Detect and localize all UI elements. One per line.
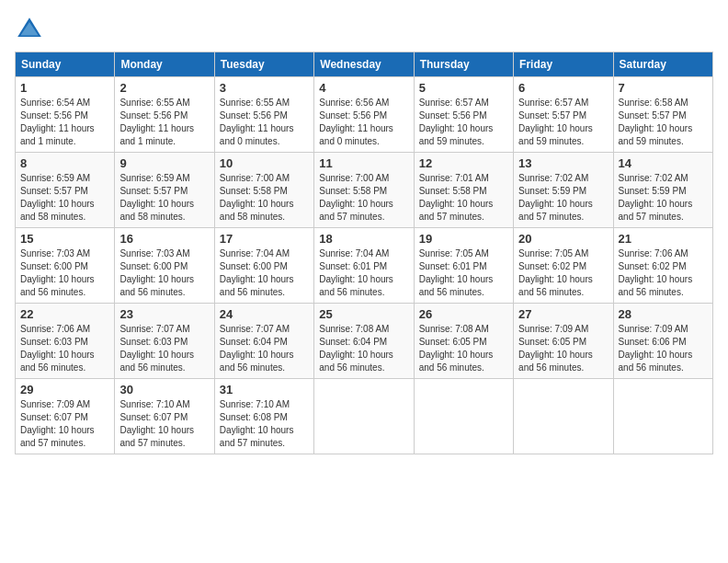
day-info: Sunrise: 7:08 AM Sunset: 6:05 PM Dayligh… — [419, 323, 508, 374]
day-info: Sunrise: 6:54 AM Sunset: 5:56 PM Dayligh… — [20, 97, 109, 148]
weekday-friday: Friday — [514, 52, 613, 77]
day-number: 9 — [119, 156, 209, 170]
calendar-cell: 19 Sunrise: 7:05 AM Sunset: 6:01 PM Dayl… — [414, 228, 513, 304]
day-info: Sunrise: 6:59 AM Sunset: 5:57 PM Dayligh… — [20, 172, 109, 224]
day-info: Sunrise: 6:55 AM Sunset: 5:56 PM Dayligh… — [119, 97, 209, 148]
day-info: Sunrise: 7:09 AM Sunset: 6:05 PM Dayligh… — [518, 323, 608, 374]
calendar-cell: 1 Sunrise: 6:54 AM Sunset: 5:56 PM Dayli… — [16, 77, 115, 153]
calendar-cell: 30 Sunrise: 7:10 AM Sunset: 6:07 PM Dayl… — [115, 379, 214, 454]
calendar-week-4: 22 Sunrise: 7:06 AM Sunset: 6:03 PM Dayl… — [16, 304, 713, 379]
day-info: Sunrise: 6:58 AM Sunset: 5:57 PM Dayligh… — [619, 97, 708, 148]
day-number: 16 — [119, 232, 209, 246]
day-info: Sunrise: 7:10 AM Sunset: 6:07 PM Dayligh… — [119, 398, 209, 450]
calendar-cell: 28 Sunrise: 7:09 AM Sunset: 6:06 PM Dayl… — [613, 304, 712, 379]
calendar-cell: 24 Sunrise: 7:07 AM Sunset: 6:04 PM Dayl… — [214, 304, 313, 379]
calendar-cell: 8 Sunrise: 6:59 AM Sunset: 5:57 PM Dayli… — [16, 153, 115, 228]
calendar-body: 1 Sunrise: 6:54 AM Sunset: 5:56 PM Dayli… — [16, 77, 713, 454]
calendar-cell: 3 Sunrise: 6:55 AM Sunset: 5:56 PM Dayli… — [214, 77, 313, 153]
day-number: 3 — [220, 81, 309, 95]
day-number: 6 — [518, 81, 608, 95]
day-info: Sunrise: 7:09 AM Sunset: 6:06 PM Dayligh… — [619, 323, 708, 374]
day-info: Sunrise: 6:56 AM Sunset: 5:56 PM Dayligh… — [319, 97, 408, 148]
calendar-header: SundayMondayTuesdayWednesdayThursdayFrid… — [16, 52, 713, 77]
weekday-thursday: Thursday — [414, 52, 513, 77]
calendar-cell: 15 Sunrise: 7:03 AM Sunset: 6:00 PM Dayl… — [16, 228, 115, 304]
weekday-wednesday: Wednesday — [314, 52, 414, 77]
day-info: Sunrise: 7:06 AM Sunset: 6:02 PM Dayligh… — [619, 247, 708, 299]
calendar-cell: 17 Sunrise: 7:04 AM Sunset: 6:00 PM Dayl… — [214, 228, 313, 304]
calendar-cell: 20 Sunrise: 7:05 AM Sunset: 6:02 PM Dayl… — [514, 228, 613, 304]
calendar-cell: 26 Sunrise: 7:08 AM Sunset: 6:05 PM Dayl… — [414, 304, 513, 379]
page-header — [15, 15, 713, 44]
calendar-cell: 14 Sunrise: 7:02 AM Sunset: 5:59 PM Dayl… — [613, 153, 712, 228]
day-number: 27 — [518, 307, 608, 321]
day-info: Sunrise: 7:07 AM Sunset: 6:04 PM Dayligh… — [220, 323, 309, 374]
day-number: 14 — [619, 156, 708, 170]
weekday-sunday: Sunday — [16, 52, 115, 77]
calendar-cell: 6 Sunrise: 6:57 AM Sunset: 5:57 PM Dayli… — [514, 77, 613, 153]
logo — [15, 15, 48, 44]
day-info: Sunrise: 7:05 AM Sunset: 6:02 PM Dayligh… — [518, 247, 608, 299]
calendar-week-5: 29 Sunrise: 7:09 AM Sunset: 6:07 PM Dayl… — [16, 379, 713, 454]
day-number: 7 — [619, 81, 708, 95]
calendar-week-1: 1 Sunrise: 6:54 AM Sunset: 5:56 PM Dayli… — [16, 77, 713, 153]
day-number: 22 — [20, 307, 109, 321]
day-info: Sunrise: 7:03 AM Sunset: 6:00 PM Dayligh… — [119, 247, 209, 299]
calendar-cell: 25 Sunrise: 7:08 AM Sunset: 6:04 PM Dayl… — [314, 304, 414, 379]
day-info: Sunrise: 7:04 AM Sunset: 6:00 PM Dayligh… — [220, 247, 309, 299]
day-info: Sunrise: 7:00 AM Sunset: 5:58 PM Dayligh… — [220, 172, 309, 224]
day-info: Sunrise: 7:08 AM Sunset: 6:04 PM Dayligh… — [319, 323, 408, 374]
day-number: 21 — [619, 232, 708, 246]
day-info: Sunrise: 7:10 AM Sunset: 6:08 PM Dayligh… — [220, 398, 309, 450]
day-number: 5 — [419, 81, 508, 95]
day-number: 10 — [220, 156, 309, 170]
calendar-cell: 13 Sunrise: 7:02 AM Sunset: 5:59 PM Dayl… — [514, 153, 613, 228]
calendar-cell: 2 Sunrise: 6:55 AM Sunset: 5:56 PM Dayli… — [115, 77, 214, 153]
calendar-cell: 11 Sunrise: 7:00 AM Sunset: 5:58 PM Dayl… — [314, 153, 414, 228]
day-info: Sunrise: 7:02 AM Sunset: 5:59 PM Dayligh… — [619, 172, 708, 224]
calendar-cell: 9 Sunrise: 6:59 AM Sunset: 5:57 PM Dayli… — [115, 153, 214, 228]
weekday-header-row: SundayMondayTuesdayWednesdayThursdayFrid… — [16, 52, 713, 77]
calendar-cell — [613, 379, 712, 454]
calendar-cell: 4 Sunrise: 6:56 AM Sunset: 5:56 PM Dayli… — [314, 77, 414, 153]
day-number: 26 — [419, 307, 508, 321]
day-number: 4 — [319, 81, 408, 95]
day-info: Sunrise: 6:57 AM Sunset: 5:56 PM Dayligh… — [419, 97, 508, 148]
day-number: 15 — [20, 232, 109, 246]
calendar-cell: 12 Sunrise: 7:01 AM Sunset: 5:58 PM Dayl… — [414, 153, 513, 228]
calendar-cell: 22 Sunrise: 7:06 AM Sunset: 6:03 PM Dayl… — [16, 304, 115, 379]
calendar-cell: 16 Sunrise: 7:03 AM Sunset: 6:00 PM Dayl… — [115, 228, 214, 304]
day-number: 30 — [119, 383, 209, 396]
day-info: Sunrise: 6:57 AM Sunset: 5:57 PM Dayligh… — [518, 97, 608, 148]
day-number: 24 — [220, 307, 309, 321]
calendar-cell — [414, 379, 513, 454]
day-number: 1 — [20, 81, 109, 95]
day-info: Sunrise: 6:59 AM Sunset: 5:57 PM Dayligh… — [119, 172, 209, 224]
day-number: 13 — [518, 156, 608, 170]
weekday-monday: Monday — [115, 52, 214, 77]
calendar-cell: 29 Sunrise: 7:09 AM Sunset: 6:07 PM Dayl… — [16, 379, 115, 454]
day-info: Sunrise: 7:03 AM Sunset: 6:00 PM Dayligh… — [20, 247, 109, 299]
calendar-cell: 21 Sunrise: 7:06 AM Sunset: 6:02 PM Dayl… — [613, 228, 712, 304]
calendar-cell: 18 Sunrise: 7:04 AM Sunset: 6:01 PM Dayl… — [314, 228, 414, 304]
day-info: Sunrise: 7:00 AM Sunset: 5:58 PM Dayligh… — [319, 172, 408, 224]
weekday-saturday: Saturday — [613, 52, 712, 77]
day-number: 20 — [518, 232, 608, 246]
day-info: Sunrise: 6:55 AM Sunset: 5:56 PM Dayligh… — [220, 97, 309, 148]
day-info: Sunrise: 7:02 AM Sunset: 5:59 PM Dayligh… — [518, 172, 608, 224]
calendar-week-3: 15 Sunrise: 7:03 AM Sunset: 6:00 PM Dayl… — [16, 228, 713, 304]
day-number: 8 — [20, 156, 109, 170]
day-number: 31 — [220, 383, 309, 396]
weekday-tuesday: Tuesday — [214, 52, 313, 77]
day-number: 18 — [319, 232, 408, 246]
calendar-cell: 23 Sunrise: 7:07 AM Sunset: 6:03 PM Dayl… — [115, 304, 214, 379]
day-number: 29 — [20, 383, 109, 396]
logo-icon — [15, 15, 44, 44]
calendar-cell: 27 Sunrise: 7:09 AM Sunset: 6:05 PM Dayl… — [514, 304, 613, 379]
calendar-cell: 7 Sunrise: 6:58 AM Sunset: 5:57 PM Dayli… — [613, 77, 712, 153]
calendar-cell: 10 Sunrise: 7:00 AM Sunset: 5:58 PM Dayl… — [214, 153, 313, 228]
day-number: 2 — [119, 81, 209, 95]
day-number: 17 — [220, 232, 309, 246]
day-number: 28 — [619, 307, 708, 321]
calendar-cell — [314, 379, 414, 454]
